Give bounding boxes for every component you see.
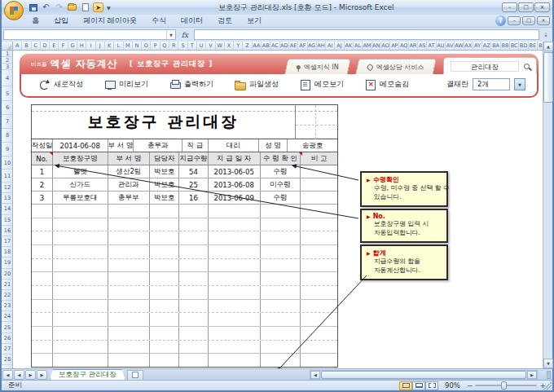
row-header[interactable]: 8 bbox=[2, 129, 13, 143]
resize-grip[interactable] bbox=[543, 381, 552, 390]
column-header[interactable]: AJ bbox=[335, 42, 344, 50]
table-cell[interactable] bbox=[108, 272, 151, 285]
table-cell[interactable] bbox=[209, 300, 261, 313]
column-header[interactable]: M bbox=[124, 42, 133, 50]
table-cell[interactable] bbox=[179, 231, 209, 244]
table-cell[interactable]: 미수령 bbox=[261, 178, 301, 191]
column-header[interactable]: U bbox=[197, 42, 206, 50]
table-cell[interactable] bbox=[150, 259, 179, 272]
ribbon-tab-수식[interactable]: 수식 bbox=[144, 15, 174, 28]
table-cell[interactable] bbox=[150, 313, 179, 326]
table-cell[interactable]: 16 bbox=[179, 192, 209, 204]
row-header[interactable]: 14 bbox=[2, 204, 13, 214]
table-cell[interactable] bbox=[150, 300, 179, 313]
column-header[interactable]: W bbox=[216, 42, 225, 50]
row-header[interactable]: 5 bbox=[2, 86, 13, 101]
column-header[interactable]: F bbox=[59, 42, 68, 50]
column-header[interactable]: I bbox=[86, 42, 95, 50]
table-cell[interactable] bbox=[32, 259, 53, 272]
help-icon[interactable]: ? bbox=[495, 15, 506, 26]
table-cell[interactable] bbox=[53, 341, 108, 354]
redo-icon[interactable]: ↷ bbox=[54, 2, 64, 12]
table-cell[interactable] bbox=[209, 313, 261, 326]
info-value[interactable]: 대리 bbox=[209, 139, 259, 152]
row-header[interactable]: 9 bbox=[2, 143, 13, 156]
row-header[interactable]: 3 bbox=[2, 64, 13, 70]
sheet-tab-active[interactable]: 보호장구 관리대장 bbox=[50, 369, 125, 380]
table-cell[interactable] bbox=[261, 231, 301, 244]
column-header[interactable]: X bbox=[225, 42, 234, 50]
row-header[interactable]: 22 bbox=[2, 290, 13, 301]
memohide-button[interactable]: 메모숨김 bbox=[365, 79, 409, 90]
close-button[interactable]: × bbox=[534, 2, 550, 12]
row-header[interactable]: 11 bbox=[2, 170, 13, 183]
column-header[interactable]: AI bbox=[326, 42, 335, 50]
info-value[interactable]: 총무과 bbox=[134, 139, 182, 152]
new-button[interactable]: 새로작성 bbox=[39, 79, 83, 90]
table-cell[interactable] bbox=[301, 192, 337, 204]
table-cell[interactable] bbox=[209, 286, 261, 299]
table-cell[interactable] bbox=[32, 286, 53, 299]
table-cell[interactable]: 박보호 bbox=[150, 192, 179, 204]
row-header[interactable]: 15 bbox=[2, 215, 13, 226]
row-header[interactable]: 12 bbox=[2, 183, 13, 193]
table-cell[interactable] bbox=[301, 231, 337, 244]
table-cell[interactable] bbox=[301, 259, 337, 272]
table-cell[interactable] bbox=[108, 341, 151, 354]
column-header[interactable]: G bbox=[68, 42, 77, 50]
table-cell[interactable]: 무릎보호대 bbox=[53, 192, 108, 204]
table-cell[interactable] bbox=[53, 259, 108, 272]
column-header[interactable]: D bbox=[41, 42, 50, 50]
column-header[interactable]: K bbox=[105, 42, 114, 50]
workbook-minimize-button[interactable]: – bbox=[508, 16, 521, 25]
table-cell[interactable] bbox=[32, 327, 53, 340]
table-cell[interactable] bbox=[108, 205, 151, 218]
table-cell[interactable]: 2013-06-08 bbox=[209, 178, 261, 191]
column-header[interactable]: AF bbox=[298, 42, 307, 50]
table-empty-row[interactable] bbox=[32, 341, 337, 355]
table-cell[interactable] bbox=[150, 341, 179, 354]
table-cell[interactable] bbox=[301, 354, 337, 367]
table-cell[interactable] bbox=[301, 327, 337, 340]
table-cell[interactable] bbox=[261, 327, 301, 340]
table-empty-row[interactable] bbox=[32, 313, 337, 327]
name-box[interactable]: ▼ bbox=[3, 29, 176, 40]
table-cell[interactable] bbox=[179, 245, 209, 258]
column-header[interactable]: AD bbox=[280, 42, 289, 50]
column-header[interactable]: Y bbox=[234, 42, 243, 50]
column-header[interactable]: Q bbox=[160, 42, 169, 50]
table-cell[interactable] bbox=[179, 205, 209, 218]
table-cell[interactable]: 25 bbox=[179, 178, 209, 191]
column-header[interactable]: BB bbox=[501, 42, 510, 50]
column-header[interactable]: AL bbox=[354, 42, 363, 50]
table-cell[interactable]: 2013-06-05 bbox=[209, 165, 261, 178]
column-header[interactable]: E bbox=[50, 42, 59, 50]
table-cell[interactable] bbox=[179, 218, 209, 231]
table-empty-row[interactable] bbox=[32, 300, 337, 314]
print-preview-icon[interactable] bbox=[80, 2, 90, 12]
scroll-left-icon[interactable]: ◀ bbox=[310, 371, 320, 379]
scroll-up-icon[interactable]: ▲ bbox=[543, 42, 553, 51]
table-cell[interactable] bbox=[53, 327, 108, 340]
table-cell[interactable] bbox=[301, 178, 337, 191]
approval-count-select[interactable]: 2개 bbox=[473, 78, 510, 90]
table-cell[interactable] bbox=[53, 354, 108, 367]
ribbon-tab-삽입[interactable]: 삽입 bbox=[46, 15, 76, 28]
column-header[interactable]: AZ bbox=[482, 42, 491, 50]
table-empty-row[interactable] bbox=[32, 259, 337, 273]
row-header[interactable]: 16 bbox=[2, 226, 13, 236]
table-cell[interactable] bbox=[301, 245, 337, 258]
normal-view-icon[interactable] bbox=[399, 381, 412, 390]
table-cell[interactable] bbox=[108, 218, 151, 231]
column-header[interactable]: S bbox=[178, 42, 187, 50]
table-cell[interactable] bbox=[32, 205, 53, 218]
table-cell[interactable]: 2013-06-09 bbox=[209, 192, 261, 204]
vertical-scroll-thumb[interactable] bbox=[543, 52, 553, 103]
table-cell[interactable] bbox=[261, 300, 301, 313]
table-cell[interactable] bbox=[108, 286, 151, 299]
tab-split-handle[interactable] bbox=[547, 371, 551, 379]
column-header[interactable]: AT bbox=[427, 42, 436, 50]
row-header[interactable]: 7 bbox=[2, 115, 13, 129]
table-empty-row[interactable] bbox=[32, 231, 337, 245]
column-header[interactable]: BE bbox=[529, 42, 538, 50]
